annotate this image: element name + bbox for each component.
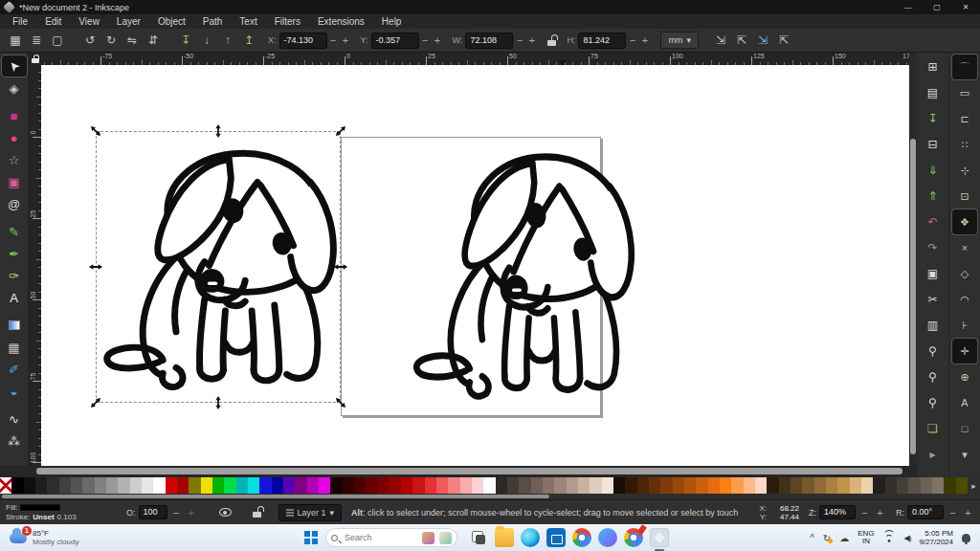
rotate-ccw-icon[interactable]: ↺ xyxy=(79,31,100,50)
snap-path-intersections[interactable]: × xyxy=(952,235,977,260)
search-input[interactable] xyxy=(343,532,417,543)
more-snap-options[interactable]: ▾ xyxy=(952,442,977,467)
rotate-cw-icon[interactable]: ↻ xyxy=(100,31,122,50)
menu-text[interactable]: Text xyxy=(231,14,265,29)
star-tool[interactable]: ☆ xyxy=(2,149,27,170)
zoom-page[interactable]: ⚲ xyxy=(921,390,946,415)
y-position-decrease[interactable]: − xyxy=(419,34,432,46)
width-decrease[interactable]: − xyxy=(513,34,525,46)
lock-ratio-icon[interactable] xyxy=(546,34,558,46)
taskbar-app-microsoft-store[interactable] xyxy=(546,528,566,547)
palette-swatch[interactable] xyxy=(613,477,625,494)
search-highlight-image[interactable] xyxy=(439,532,452,544)
rotation-increase[interactable]: + xyxy=(962,507,974,518)
snap-nodes[interactable]: ❖ xyxy=(952,209,977,234)
palette-swatch[interactable] xyxy=(212,477,224,494)
paste[interactable]: ▥ xyxy=(921,313,946,338)
clock[interactable]: 5:05 PM 9/27/2024 xyxy=(919,529,953,546)
palette-swatch[interactable] xyxy=(59,477,71,494)
palette-swatch[interactable] xyxy=(130,477,142,494)
snap-rotation-centers[interactable]: ⊕ xyxy=(952,364,977,389)
menu-view[interactable]: View xyxy=(70,14,108,29)
selector-tool[interactable]: ➤ xyxy=(2,55,27,77)
horizontal-scrollbar[interactable] xyxy=(0,466,980,477)
palette-swatch[interactable] xyxy=(189,477,200,494)
palette-swatch[interactable] xyxy=(791,477,802,494)
palette-swatch[interactable] xyxy=(837,477,849,494)
duplicate[interactable]: ▣ xyxy=(921,261,946,286)
palette-swatch[interactable] xyxy=(259,477,271,494)
palette-swatch[interactable] xyxy=(885,477,897,494)
width-input[interactable]: 72.108 xyxy=(465,33,513,49)
selection-scale-handle[interactable] xyxy=(333,259,348,275)
palette-swatch[interactable] xyxy=(272,477,283,494)
lock-guides-toggle[interactable] xyxy=(29,53,41,65)
mesh-gradient-tool[interactable]: ▦ xyxy=(2,337,27,358)
import-image[interactable]: ⇓ xyxy=(921,158,946,183)
fill-stroke-dialog[interactable]: ❏ xyxy=(921,416,946,441)
palette-swatch[interactable] xyxy=(496,477,507,494)
tweak-tool[interactable]: ∿ xyxy=(2,408,27,430)
menu-file[interactable]: File xyxy=(4,14,36,29)
raise-to-top-icon[interactable]: ↥ xyxy=(238,31,259,50)
redo[interactable]: ↷ xyxy=(921,235,946,260)
palette-swatch[interactable] xyxy=(826,477,837,494)
palette-swatch[interactable] xyxy=(956,477,968,494)
palette-swatch[interactable] xyxy=(354,477,366,494)
layer-visibility-eye-icon[interactable] xyxy=(219,508,232,517)
undo[interactable]: ↶ xyxy=(921,209,946,234)
selection-scale-handle[interactable] xyxy=(333,395,348,410)
dropper-tool[interactable]: ✐ xyxy=(2,359,27,380)
snap-midpoints[interactable]: ⊦ xyxy=(952,313,977,338)
palette-swatch[interactable] xyxy=(366,477,377,494)
hidden-icons-chevron[interactable]: ^ xyxy=(810,533,814,543)
taskbar-search[interactable] xyxy=(325,528,457,547)
raise-icon[interactable]: ↑ xyxy=(217,31,238,50)
zoom-input[interactable]: 140% xyxy=(819,505,856,519)
box-3d-tool[interactable]: ▣ xyxy=(2,171,27,192)
start-button[interactable] xyxy=(304,531,318,544)
vertical-scrollbar-thumb[interactable] xyxy=(910,139,916,454)
palette-swatch[interactable] xyxy=(142,477,153,494)
palette-swatch[interactable] xyxy=(908,477,920,494)
palette-swatch[interactable] xyxy=(673,477,684,494)
snap-bbox-edge-midpoints[interactable]: ⊹ xyxy=(952,158,977,183)
palette-swatch[interactable] xyxy=(201,477,212,494)
palette-swatch[interactable] xyxy=(578,477,590,494)
calligraphy-tool[interactable]: ✑ xyxy=(2,265,27,286)
pen-tool[interactable]: ✒ xyxy=(2,243,27,264)
palette-swatch[interactable] xyxy=(24,477,35,494)
rectangle-tool[interactable]: ■ xyxy=(2,105,27,126)
menu-extensions[interactable]: Extensions xyxy=(309,14,373,29)
palette-swatch[interactable] xyxy=(767,477,778,494)
vertical-ruler[interactable]: 0255075100 xyxy=(29,65,41,466)
x-position-increase[interactable]: + xyxy=(340,34,352,46)
menu-object[interactable]: Object xyxy=(149,14,194,29)
palette-swatch[interactable] xyxy=(412,477,424,494)
ellipse-tool[interactable]: ● xyxy=(2,127,27,148)
selection-scale-handle[interactable] xyxy=(211,395,226,410)
height-increase[interactable]: + xyxy=(638,34,651,46)
snap-toggle[interactable]: ⌒ xyxy=(952,55,977,79)
palette-swatch[interactable] xyxy=(401,477,412,494)
snap-bbox-centers[interactable]: ⊡ xyxy=(952,184,977,209)
palette-swatch[interactable] xyxy=(224,477,235,494)
fill-stroke-indicator[interactable]: Fill: Stroke:Unset0.103 xyxy=(6,503,122,521)
y-position-increase[interactable]: + xyxy=(432,34,444,46)
palette-swatch[interactable] xyxy=(554,477,566,494)
palette-swatch[interactable] xyxy=(720,477,731,494)
palette-swatch[interactable] xyxy=(731,477,743,494)
zoom-increase[interactable]: + xyxy=(874,507,886,518)
snap-bbox-edges[interactable]: ⊏ xyxy=(952,106,977,131)
palette-swatch[interactable] xyxy=(921,477,932,494)
move-gradients-toggle[interactable]: ⇲ xyxy=(752,31,773,50)
flip-vertical-icon[interactable]: ⇵ xyxy=(143,31,164,50)
palette-swatch[interactable] xyxy=(708,477,720,494)
palette-swatch[interactable] xyxy=(11,477,23,494)
palette-swatch[interactable] xyxy=(932,477,944,494)
taskbar-app-file-explorer[interactable] xyxy=(495,528,514,547)
palette-swatch[interactable] xyxy=(106,477,118,494)
palette-swatch[interactable] xyxy=(35,477,47,494)
height-input[interactable]: 81.242 xyxy=(578,33,626,49)
palette-swatch[interactable] xyxy=(236,477,248,494)
